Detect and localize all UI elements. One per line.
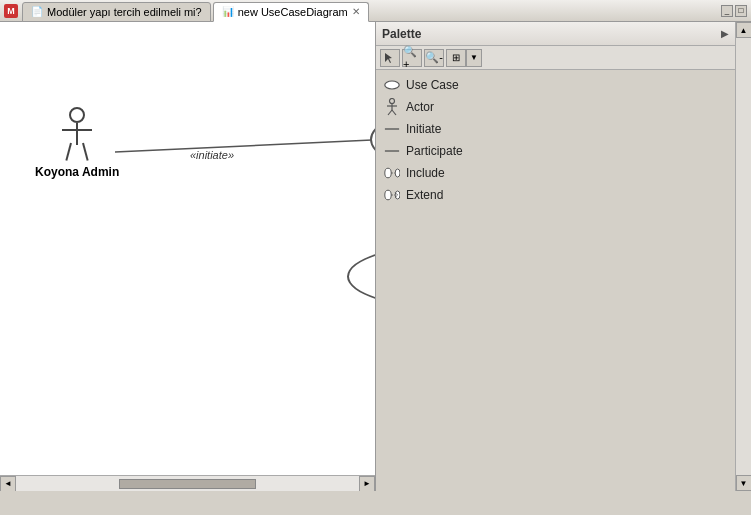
svg-point-4 — [385, 81, 399, 89]
tab-label-usecase: new UseCaseDiagram — [238, 6, 348, 18]
actor-figure — [35, 107, 119, 161]
palette-item-usecase[interactable]: Use Case — [376, 74, 735, 96]
actor-icon — [384, 99, 400, 115]
title-bar: M 📄 Modüler yapı tercih edilmeli mi? 📊 n… — [0, 0, 751, 22]
palette-items-list: Use Case Actor — [376, 70, 735, 491]
tab-close-button[interactable]: ✕ — [352, 6, 360, 17]
palette-zoom-out-button[interactable]: 🔍- — [424, 49, 444, 67]
palette-item-initiate[interactable]: Initiate — [376, 118, 735, 140]
palette-participate-label: Participate — [406, 144, 463, 158]
scroll-right-button[interactable]: ► — [359, 476, 375, 492]
actor-koyona[interactable]: Koyona Admin — [35, 107, 119, 179]
svg-point-15 — [385, 190, 391, 200]
palette-scroll-track[interactable] — [736, 38, 751, 475]
palette-item-actor[interactable]: Actor — [376, 96, 735, 118]
palette-expand-arrow[interactable]: ▶ — [721, 28, 729, 39]
palette-view-button[interactable]: ⊞ — [446, 49, 466, 67]
svg-line-9 — [392, 110, 396, 115]
palette-vertical-scrollbar[interactable]: ▲ ▼ — [735, 22, 751, 491]
actor-arms — [62, 129, 92, 131]
palette-zoom-in-button[interactable]: 🔍+ — [402, 49, 422, 67]
svg-marker-3 — [385, 53, 392, 63]
diagram-canvas[interactable]: Koyona Admin «initiate» List User Rules … — [0, 22, 376, 491]
svg-line-8 — [388, 110, 392, 115]
palette-title: Palette — [382, 27, 421, 41]
initiate-icon — [384, 121, 400, 137]
main-area: Koyona Admin «initiate» List User Rules … — [0, 22, 751, 491]
scroll-thumb[interactable] — [119, 479, 255, 489]
tab-modular[interactable]: 📄 Modüler yapı tercih edilmeli mi? — [22, 2, 211, 22]
diagram-svg — [0, 22, 375, 491]
maximize-button[interactable]: □ — [735, 5, 747, 17]
tab-label-modular: Modüler yapı tercih edilmeli mi? — [47, 6, 202, 18]
svg-line-0 — [115, 140, 372, 152]
canvas-horizontal-scrollbar[interactable]: ◄ ► — [0, 475, 375, 491]
participate-icon — [384, 143, 400, 159]
tab-icon-usecase: 📊 — [222, 6, 234, 17]
minimize-button[interactable]: _ — [721, 5, 733, 17]
palette-item-include[interactable]: Include — [376, 162, 735, 184]
include-icon — [384, 165, 400, 181]
palette-view-dropdown[interactable]: ▼ — [466, 49, 482, 67]
palette-item-participate[interactable]: Participate — [376, 140, 735, 162]
actor-body — [76, 123, 78, 145]
palette-initiate-label: Initiate — [406, 122, 441, 136]
svg-point-14 — [395, 169, 400, 177]
palette-include-label: Include — [406, 166, 445, 180]
scroll-left-button[interactable]: ◄ — [0, 476, 16, 492]
usecase-icon — [384, 77, 400, 93]
palette-header: Palette ▶ — [376, 22, 735, 46]
svg-point-5 — [390, 99, 395, 104]
palette-scroll-down-button[interactable]: ▼ — [736, 475, 752, 491]
initiate-label: «initiate» — [190, 149, 234, 161]
app-icon: M — [4, 4, 18, 18]
actor-label: Koyona Admin — [35, 165, 119, 179]
tab-icon-modular: 📄 — [31, 6, 43, 17]
palette-toolbar: 🔍+ 🔍- ⊞ ▼ — [376, 46, 735, 70]
palette-extend-label: Extend — [406, 188, 443, 202]
actor-legs — [70, 143, 84, 161]
scroll-track[interactable] — [17, 479, 358, 489]
svg-point-17 — [395, 191, 400, 199]
right-panel: Palette ▶ 🔍+ 🔍- ⊞ ▼ — [376, 22, 751, 491]
extend-icon — [384, 187, 400, 203]
palette-select-button[interactable] — [380, 49, 400, 67]
palette-view-group: ⊞ ▼ — [446, 49, 482, 67]
palette-actor-label: Actor — [406, 100, 434, 114]
palette-scroll-up-button[interactable]: ▲ — [736, 22, 752, 38]
palette-usecase-label: Use Case — [406, 78, 459, 92]
actor-head — [69, 107, 85, 123]
tab-usecase[interactable]: 📊 new UseCaseDiagram ✕ — [213, 2, 369, 22]
usecase-view-rule-detail[interactable]: View User Rule Detail — [347, 244, 376, 309]
palette-item-extend[interactable]: Extend — [376, 184, 735, 206]
svg-point-12 — [385, 168, 391, 178]
usecase-list-user-rules[interactable]: List User Rules — [370, 107, 376, 172]
